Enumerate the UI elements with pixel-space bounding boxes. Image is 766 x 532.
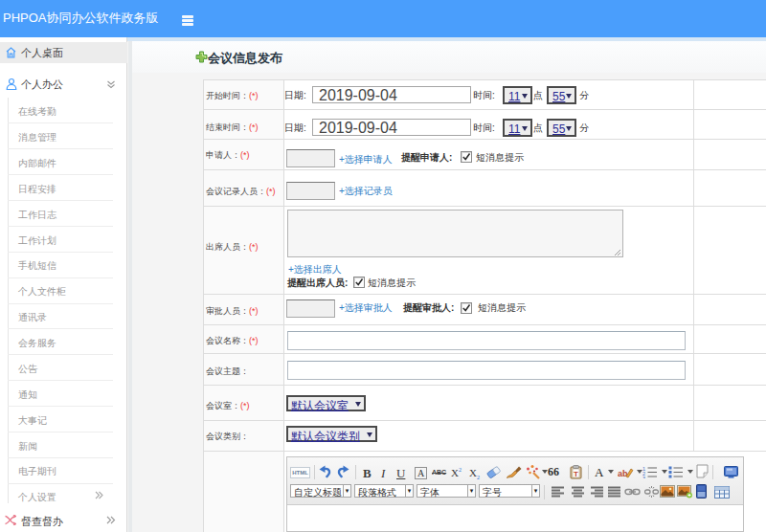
- svg-text:T: T: [574, 470, 578, 478]
- svg-text:3: 3: [642, 476, 645, 479]
